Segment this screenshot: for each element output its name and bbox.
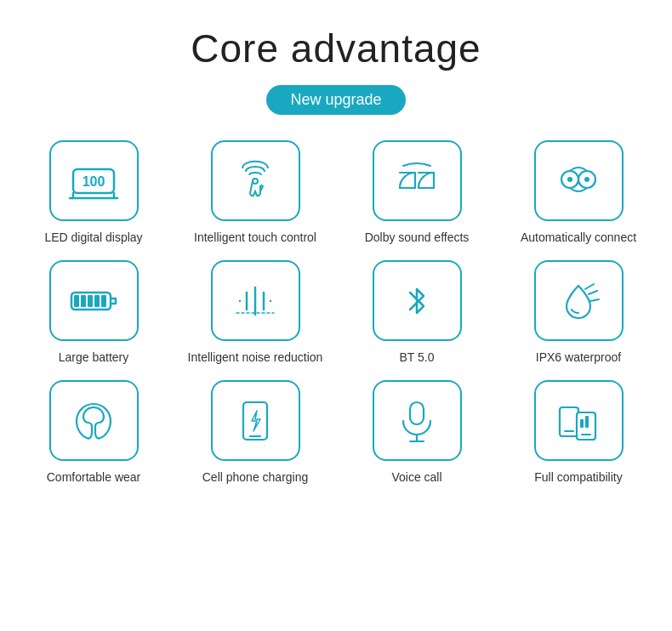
noise-reduction-label: Intelligent noise reduction [188,350,323,365]
comfortable-wear-label: Comfortable wear [47,469,141,485]
feature-auto-connect: Automatically connect [502,140,655,245]
dolby-icon [391,156,442,207]
touch-control-icon-box [211,140,300,221]
svg-rect-11 [74,295,79,307]
bt50-label: BT 5.0 [400,350,435,365]
auto-connect-label: Automatically connect [521,230,636,245]
cell-phone-charging-icon-box [211,380,300,461]
svg-text:100: 100 [83,174,105,189]
auto-connect-icon-box [534,140,624,221]
full-compat-label: Full compatibility [534,469,622,485]
large-battery-icon-box [49,260,139,341]
svg-line-23 [589,291,597,294]
full-compat-icon-box [534,380,624,461]
ipx6-icon-box [534,260,624,341]
bt50-icon [391,276,442,327]
feature-voice-call: Voice call [340,380,493,485]
large-battery-icon [68,276,119,327]
svg-point-8 [567,177,572,182]
ipx6-icon [553,276,604,327]
feature-touch-control: Intelligent touch control [179,140,332,245]
feature-dolby: Dolby sound effects [340,140,493,245]
voice-call-icon-box [373,380,462,461]
feature-bt50: BT 5.0 [340,260,493,365]
dolby-label: Dolby sound effects [365,230,470,245]
large-battery-label: Large battery [59,350,129,365]
svg-rect-35 [585,416,589,428]
dolby-icon-box [373,140,462,221]
feature-large-battery: Large battery [17,260,170,365]
feature-comfortable-wear: Comfortable wear [17,380,170,485]
svg-rect-12 [81,295,86,307]
page-title: Core advantage [191,26,481,71]
features-grid: 100 LED digital display Intelligent touc… [17,140,655,486]
cell-phone-charging-icon [230,395,281,446]
svg-line-24 [590,299,599,301]
svg-point-9 [584,177,589,182]
touch-control-icon [230,156,281,207]
led-display-icon-box: 100 [49,140,139,221]
feature-ipx6: IPX6 waterproof [502,260,655,365]
svg-rect-14 [94,295,100,307]
comfortable-wear-icon [68,395,119,446]
bt50-icon-box [373,260,462,341]
comfortable-wear-icon-box [49,380,139,461]
auto-connect-icon [553,156,604,207]
feature-cell-phone-charging: Cell phone charging [179,380,332,485]
noise-reduction-icon-box [211,260,300,341]
noise-reduction-icon [230,276,281,327]
svg-line-22 [585,284,594,289]
feature-full-compat: Full compatibility [502,380,655,485]
svg-rect-15 [101,295,106,307]
ipx6-label: IPX6 waterproof [536,350,621,365]
svg-rect-27 [410,402,424,424]
new-upgrade-badge: New upgrade [266,85,405,115]
svg-rect-13 [88,295,93,307]
full-compat-icon [553,395,604,446]
feature-noise-reduction: Intelligent noise reduction [179,260,332,365]
touch-control-label: Intelligent touch control [194,230,316,245]
voice-call-label: Voice call [391,469,441,485]
voice-call-icon [391,395,442,446]
svg-rect-34 [580,419,584,428]
led-display-label: LED digital display [44,230,142,245]
feature-led-display: 100 LED digital display [17,140,170,245]
led-display-icon: 100 [68,156,119,207]
cell-phone-charging-label: Cell phone charging [202,469,309,485]
